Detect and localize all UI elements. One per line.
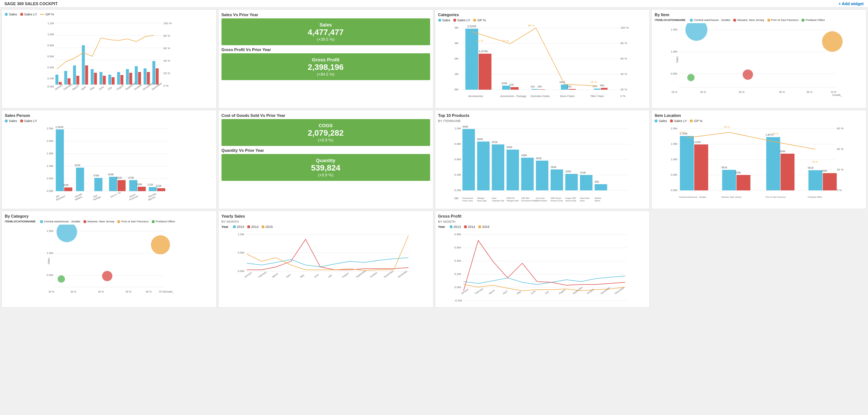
svg-text:0.6M: 0.6M — [47, 55, 54, 58]
svg-rect-88 — [601, 88, 607, 90]
svg-text:30 %: 30 % — [71, 290, 76, 293]
il-legend-gp — [690, 119, 693, 122]
svg-text:1.0M: 1.0M — [47, 33, 54, 36]
monthly-sales-legend: Sales Sales LY GP % — [5, 12, 213, 16]
svg-text:98 %: 98 % — [527, 24, 534, 27]
gp-vs-prior-title: Gross Profit Vs Prior Year — [221, 47, 430, 52]
app-title: SAGE 300 SALES COCKPIT — [4, 1, 58, 6]
svg-text:July: July — [544, 290, 550, 295]
svg-text:50 %: 50 % — [773, 132, 779, 135]
svg-rect-171 — [477, 142, 489, 190]
svg-text:September: September — [355, 269, 367, 278]
legend-line-gp — [40, 14, 44, 15]
svg-text:Calendar Pad: Calendar Pad — [491, 200, 504, 202]
svg-rect-41 — [152, 61, 155, 85]
svg-text:May: May — [299, 273, 305, 279]
gp-kpi-change: (+84.5 %) — [227, 72, 425, 76]
svg-rect-239 — [823, 173, 837, 190]
svg-text:Accessories - Package: Accessories - Package — [500, 95, 526, 98]
svg-text:229K: 229K — [501, 82, 507, 85]
svg-text:April: April — [285, 273, 291, 278]
svg-text:934K: 934K — [779, 150, 786, 153]
svg-text:March: March — [271, 272, 278, 278]
add-widget-button[interactable]: + Add widget — [839, 1, 864, 6]
sales-person-widget: Sales Person Sales Sales LY 2.5M 2.0M 1.… — [1, 110, 217, 209]
sales-kpi-change: (+39.5 %) — [227, 37, 425, 42]
svg-text:1.0M: 1.0M — [47, 164, 53, 168]
svg-text:30 %: 30 % — [700, 91, 706, 93]
top10-chart: 1.0M 0.8M 0.6M 0.4M 0.2M 0M 830K 684K — [438, 124, 647, 206]
svg-rect-26 — [85, 65, 88, 85]
svg-text:40 %: 40 % — [837, 147, 843, 151]
monthly-sales-chart: 1.2M 1.0M 0.8M 0.6M 0.4M 0.2M 0.0M 100 %… — [5, 18, 213, 92]
svg-text:561K: 561K — [721, 166, 728, 169]
svg-text:0M: 0M — [454, 88, 458, 91]
svg-text:45K: 45K — [599, 84, 604, 87]
cogs-kpi-value: 2,079,282 — [227, 128, 425, 138]
svg-rect-79 — [531, 89, 538, 90]
svg-rect-27 — [91, 69, 94, 85]
bc-bubble-portland — [58, 275, 65, 283]
svg-rect-76 — [510, 87, 518, 90]
gross-profit-month-chart: 0.8M 0.6M 0.4M 0.2M 0.0M -0.2M — [438, 230, 647, 304]
svg-text:551K: 551K — [808, 167, 814, 169]
categories-widget: Categories Sales Sales LY GP % 4M 3M 2M … — [435, 9, 650, 108]
svg-rect-30 — [103, 76, 106, 85]
qty-kpi-label: Quantity — [227, 158, 425, 163]
svg-text:October: October — [369, 271, 378, 278]
svg-text:1,679K: 1,679K — [478, 50, 488, 53]
svg-text:555K: 555K — [506, 146, 512, 149]
svg-text:0.4M: 0.4M — [454, 259, 461, 262]
svg-rect-38 — [138, 72, 141, 85]
svg-rect-224 — [694, 144, 708, 190]
svg-text:0.5M: 0.5M — [47, 177, 53, 180]
svg-text:1.0M: 1.0M — [671, 50, 677, 53]
top-bar: SAGE 300 SALES COCKPIT + Add widget — [0, 0, 868, 8]
item-legend-cw — [690, 19, 693, 22]
svg-text:August: August — [341, 272, 349, 278]
il-legend-ly — [670, 119, 673, 122]
svg-text:50W/12V: 50W/12V — [506, 197, 515, 199]
by-category-title: By Category — [5, 214, 213, 218]
il-legend-sales — [655, 119, 658, 122]
svg-rect-143 — [149, 187, 157, 191]
top10-svg: 1.0M 0.8M 0.6M 0.4M 0.2M 0M 830K 684K — [438, 124, 647, 205]
qty-kpi-card: Quantity 539,824 (+9.9 %) — [221, 154, 430, 181]
bc-bubble-cw — [57, 225, 77, 242]
by-category-legend: ITEMLOCATIONNAME Central warehouse - Sea… — [5, 220, 213, 223]
svg-text:578K: 578K — [93, 174, 100, 177]
svg-text:631K: 631K — [491, 141, 498, 143]
svg-text:Fluorescent Bulb: Fluorescent Bulb — [521, 200, 536, 202]
svg-rect-131 — [76, 168, 84, 191]
svg-rect-21 — [64, 71, 67, 85]
svg-text:20 %: 20 % — [163, 72, 170, 75]
svg-text:20 %: 20 % — [671, 91, 677, 93]
svg-text:70 %: 70 % — [831, 91, 836, 93]
svg-rect-175 — [506, 150, 519, 190]
sales-vs-prior-title: Sales Vs Prior Year — [221, 12, 430, 17]
monthly-sales-svg: 1.2M 1.0M 0.8M 0.6M 0.4M 0.2M 0.0M 100 %… — [5, 18, 213, 91]
svg-text:122K: 122K — [156, 185, 162, 187]
by-item-widget: By Item ITEMLOCATIONNAME Central warehou… — [651, 9, 867, 108]
svg-text:1.2M: 1.2M — [47, 22, 54, 25]
svg-text:77 %: 77 % — [502, 39, 508, 43]
svg-text:Image 1500: Image 1500 — [565, 197, 576, 199]
svg-rect-35 — [126, 69, 129, 85]
svg-rect-228 — [722, 170, 736, 190]
top10-title: Top 10 Products — [438, 113, 647, 118]
svg-text:3M: 3M — [454, 42, 458, 45]
cogs-kpi-label: COGS — [227, 123, 425, 128]
svg-text:1.0M: 1.0M — [671, 158, 677, 161]
svg-text:Port of San Fancisco: Port of San Fancisco — [766, 196, 786, 198]
svg-rect-177 — [521, 158, 533, 190]
cogs-kpi-card: COGS 2,079,282 (+8.9 %) — [221, 119, 430, 146]
gross-profit-month-widget: Gross Profit BY MONTH Year 2013 2014 201… — [435, 211, 650, 308]
bc-legend-po — [152, 220, 155, 223]
svg-text:401K: 401K — [536, 157, 542, 160]
svg-text:2.5M: 2.5M — [47, 127, 53, 130]
cogs-kpi-change: (+8.9 %) — [227, 138, 425, 142]
sales-kpi-card: Sales 4,477,477 (+39.5 %) — [221, 18, 430, 45]
svg-text:448K: 448K — [821, 169, 828, 172]
by-category-chart: 1.5M 1.0M 0.5M Growth_ Sales 20 % 30 % 4… — [5, 225, 213, 297]
bubble-sf — [822, 31, 843, 52]
